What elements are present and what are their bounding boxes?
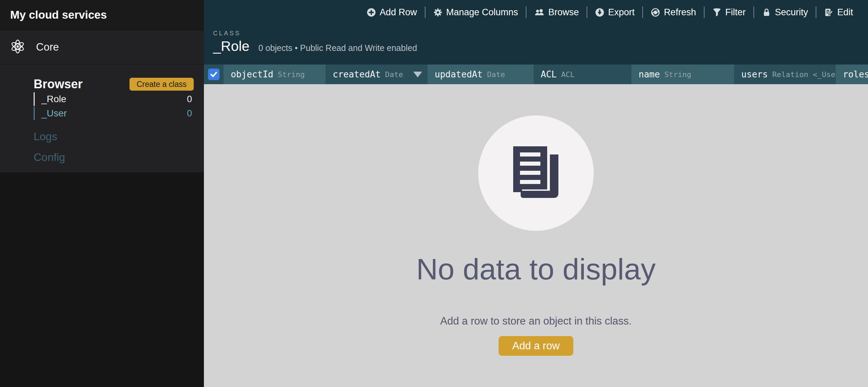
data-browser-empty-state: No data to display Add a row to store an… <box>204 84 868 387</box>
parse-dashboard-page: My cloud services Core Browser Create a … <box>0 0 868 387</box>
gear-icon <box>433 8 442 17</box>
column-header-name[interactable]: name String <box>631 64 734 84</box>
toolbar: Add Row Manage C <box>204 0 868 24</box>
edit-toolbar-button[interactable]: Edit <box>824 7 853 18</box>
toolbar-label: Refresh <box>664 7 696 18</box>
toolbar-divider <box>642 6 643 18</box>
table-header-row: objectId String createdAt Date updatedAt… <box>204 64 868 84</box>
toolbar-divider <box>587 6 587 18</box>
select-all-checkbox[interactable] <box>208 69 220 80</box>
manage-columns-toolbar-button[interactable]: Manage Columns <box>433 7 518 18</box>
atom-icon <box>11 39 25 55</box>
empty-state-circle <box>478 115 594 231</box>
filter-funnel-icon <box>712 8 722 17</box>
column-type: String <box>278 70 305 79</box>
people-icon <box>534 8 544 17</box>
toolbar-label: Add Row <box>380 7 417 18</box>
sidebar-item-class-role[interactable]: _Role 0 <box>0 92 204 106</box>
browser-heading[interactable]: Browser <box>34 77 83 91</box>
sidebar-item-logs[interactable]: Logs <box>34 130 204 143</box>
create-class-button[interactable]: Create a class <box>129 78 194 91</box>
filter-toolbar-button[interactable]: Filter <box>712 7 746 18</box>
toolbar-divider <box>753 6 754 18</box>
toolbar-label: Export <box>608 7 635 18</box>
class-header: CLASS _Role 0 objects • Public Read and … <box>204 24 868 54</box>
toolbar-divider <box>816 6 816 18</box>
class-name: _User <box>41 108 67 119</box>
add-row-toolbar-button[interactable]: Add Row <box>367 7 417 18</box>
top-bar: Add Row Manage C <box>204 0 868 64</box>
toolbar-label: Filter <box>725 7 746 18</box>
app-header: My cloud services <box>0 0 204 30</box>
toolbar-divider <box>526 6 526 18</box>
column-name: name <box>639 69 660 79</box>
browse-toolbar-button[interactable]: Browse <box>534 7 579 18</box>
class-name: _Role <box>41 94 66 105</box>
class-title: _Role <box>213 38 249 54</box>
toolbar-label: Manage Columns <box>446 7 518 18</box>
column-name: ACL <box>541 69 557 79</box>
app-title: My cloud services <box>10 8 107 21</box>
column-header-users[interactable]: users Relation <_Use… <box>734 64 836 84</box>
column-name: updatedAt <box>435 69 483 79</box>
column-header-objectid[interactable]: objectId String <box>224 64 326 84</box>
column-name: users <box>741 69 768 79</box>
column-name: objectId <box>231 69 273 79</box>
column-type: Relation <_Use… <box>772 70 836 79</box>
column-name: roles <box>843 69 868 79</box>
column-header-createdat[interactable]: createdAt Date <box>326 64 428 84</box>
class-indicator <box>34 107 35 120</box>
toolbar-divider <box>425 6 426 18</box>
class-count: 0 <box>187 94 192 105</box>
sidebar-item-class-user[interactable]: _User 0 <box>0 107 204 120</box>
active-class-indicator <box>34 92 35 106</box>
column-header-updatedat[interactable]: updatedAt Date <box>428 64 534 84</box>
toolbar-label: Security <box>775 7 808 18</box>
refresh-toolbar-button[interactable]: Refresh <box>651 7 696 18</box>
sidebar: My cloud services Core Browser Create a … <box>0 0 204 387</box>
add-a-row-button[interactable]: Add a row <box>499 336 573 356</box>
toolbar-divider <box>704 6 705 18</box>
sidebar-core-label: Core <box>36 41 59 53</box>
refresh-icon <box>651 8 660 17</box>
lock-icon <box>762 8 771 17</box>
select-all-cell <box>204 64 224 84</box>
class-count: 0 <box>187 108 192 119</box>
column-name: createdAt <box>333 69 381 79</box>
sort-descending-icon[interactable] <box>413 72 422 77</box>
add-row-plus-icon <box>367 8 376 17</box>
browser-section: Browser Create a class _Role 0 _User 0 L… <box>0 64 204 172</box>
empty-state-subtitle: Add a row to store an object in this cla… <box>440 315 631 327</box>
sidebar-item-config[interactable]: Config <box>34 151 204 164</box>
security-toolbar-button[interactable]: Security <box>762 7 808 18</box>
documents-icon <box>510 144 561 203</box>
column-type: ACL <box>561 70 575 79</box>
column-type: Date <box>385 70 403 79</box>
column-header-roles[interactable]: roles <box>836 64 868 84</box>
toolbar-label: Edit <box>837 7 853 18</box>
class-kicker: CLASS <box>213 30 868 37</box>
export-down-icon <box>595 8 604 17</box>
sidebar-item-core[interactable]: Core <box>0 30 204 64</box>
toolbar-label: Browse <box>548 7 579 18</box>
export-toolbar-button[interactable]: Export <box>595 7 635 18</box>
column-header-acl[interactable]: ACL ACL <box>534 64 631 84</box>
column-type: String <box>664 70 691 79</box>
class-subtitle: 0 objects • Public Read and Write enable… <box>258 43 417 53</box>
empty-state-title: No data to display <box>416 252 656 287</box>
edit-icon <box>824 8 833 17</box>
column-type: Date <box>487 70 505 79</box>
